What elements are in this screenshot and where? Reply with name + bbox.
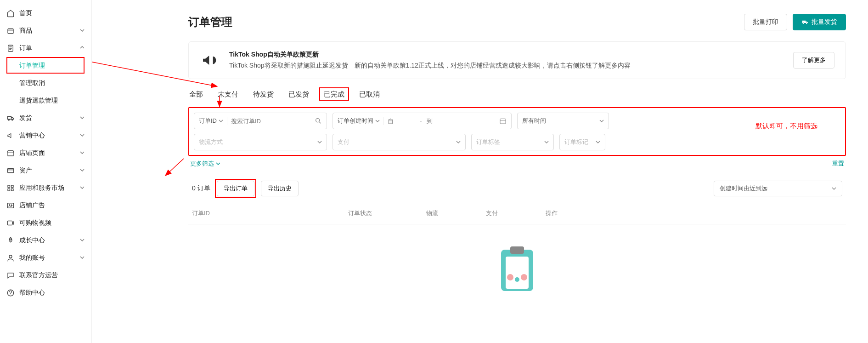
sort-select[interactable]: 创建时间由近到远 — [714, 181, 842, 196]
order-mark-select[interactable]: 订单标记 — [559, 134, 605, 150]
tab-1[interactable]: 未支付 — [217, 87, 239, 101]
shipping-method-select[interactable]: 物流方式 — [194, 134, 327, 150]
chevron-up-icon — [79, 46, 85, 51]
sidebar-item-label: 店铺页面 — [19, 149, 79, 157]
date-range-input[interactable]: 订单创建时间 - — [333, 113, 512, 129]
sidebar-item-label: 可购物视频 — [19, 219, 85, 227]
sidebar-item-6[interactable]: 资产 — [0, 162, 91, 179]
export-orders-button[interactable]: 导出订单 — [217, 181, 254, 196]
svg-rect-0 — [8, 29, 13, 34]
grid-icon — [6, 184, 15, 192]
sidebar-item-label: 发货 — [19, 114, 79, 122]
col-status: 订单状态 — [348, 209, 426, 217]
empty-state — [188, 224, 846, 298]
help-icon — [6, 289, 15, 297]
sidebar-sub-2-1[interactable]: 管理取消 — [19, 74, 91, 92]
tab-2[interactable]: 待发货 — [252, 87, 275, 101]
clipboard-icon — [485, 243, 549, 298]
chevron-down-icon — [79, 28, 85, 34]
svg-rect-7 — [8, 189, 10, 191]
batch-print-button[interactable]: 批量打印 — [744, 14, 787, 30]
col-shipping: 物流 — [426, 209, 486, 217]
svg-point-12 — [9, 255, 12, 258]
sidebar-item-3[interactable]: 发货 — [0, 109, 91, 127]
chevron-down-icon — [596, 140, 600, 144]
svg-rect-5 — [8, 185, 10, 188]
sidebar-item-7[interactable]: 应用和服务市场 — [0, 179, 91, 197]
svg-point-26 — [507, 274, 513, 280]
sidebar-item-label: 订单 — [19, 44, 79, 52]
page-title: 订单管理 — [188, 15, 232, 29]
search-type-selector[interactable]: 订单ID — [199, 117, 227, 125]
sidebar-item-8[interactable]: 店铺广告 — [0, 197, 91, 214]
sidebar-item-label: 营销中心 — [19, 131, 79, 140]
sidebar-item-label: 成长中心 — [19, 236, 79, 245]
result-bar: 0 订单 导出订单 导出历史 创建时间由近到远 — [188, 174, 846, 203]
tab-0[interactable]: 全部 — [188, 87, 204, 101]
col-order-id: 订单ID — [192, 209, 348, 217]
tab-5[interactable]: 已取消 — [358, 87, 381, 101]
sidebar-item-2[interactable]: 订单 — [0, 40, 91, 57]
filter-panel: 默认即可，不用筛选 订单ID 订单创建时间 - — [188, 107, 846, 156]
card-icon — [6, 166, 15, 175]
order-tag-select[interactable]: 订单标签 — [471, 134, 554, 150]
sidebar-item-9[interactable]: 可购物视频 — [0, 214, 91, 232]
store-icon — [6, 149, 15, 157]
svg-point-3 — [12, 120, 13, 120]
svg-point-27 — [521, 274, 527, 280]
svg-rect-6 — [11, 185, 14, 188]
batch-ship-button[interactable]: 批量发货 — [793, 14, 846, 30]
sidebar-item-0[interactable]: 首页 — [0, 5, 91, 22]
megaphone-icon — [200, 50, 220, 70]
notice-title: TikTok Shop自动关单政策更新 — [229, 51, 784, 59]
sidebar-sub-2-0[interactable]: 订单管理 — [19, 57, 91, 74]
sidebar-item-12[interactable]: 联系官方运营 — [0, 267, 91, 284]
search-icon[interactable] — [315, 117, 322, 125]
search-input[interactable] — [231, 118, 315, 125]
sidebar-item-label: 首页 — [19, 9, 85, 17]
sidebar-item-10[interactable]: 成长中心 — [0, 232, 91, 249]
tab-4[interactable]: 已完成 — [323, 87, 345, 101]
annotation-default: 默认即可，不用筛选 — [755, 122, 817, 131]
time-range-select[interactable]: 所有时间 — [517, 113, 609, 129]
chevron-down-icon — [219, 119, 223, 123]
sidebar-item-label: 我的账号 — [19, 254, 79, 262]
tab-3[interactable]: 已发货 — [287, 87, 310, 101]
sidebar-item-11[interactable]: 我的账号 — [0, 249, 91, 267]
search-order-input[interactable]: 订单ID — [194, 113, 327, 129]
sidebar-item-4[interactable]: 营销中心 — [0, 127, 91, 144]
sidebar-item-label: 联系官方运营 — [19, 271, 85, 280]
svg-line-18 — [165, 159, 184, 176]
sidebar-sub-2-2[interactable]: 退货退款管理 — [19, 92, 91, 109]
svg-rect-21 — [500, 119, 506, 124]
svg-rect-9 — [7, 203, 14, 208]
export-history-button[interactable]: 导出历史 — [261, 181, 299, 196]
sidebar-item-1[interactable]: 商品 — [0, 22, 91, 40]
chevron-down-icon — [79, 185, 85, 191]
svg-rect-4 — [7, 169, 14, 173]
svg-point-28 — [515, 277, 519, 282]
chevron-down-icon — [599, 119, 604, 123]
reset-filter-button[interactable]: 重置 — [832, 160, 844, 168]
svg-rect-8 — [11, 189, 14, 191]
svg-point-19 — [316, 119, 320, 122]
more-filter-toggle[interactable]: 更多筛选 — [190, 160, 220, 168]
svg-rect-25 — [510, 246, 524, 254]
chevron-down-icon — [79, 150, 85, 156]
payment-select[interactable]: 支付 — [333, 134, 466, 150]
chevron-down-icon — [79, 133, 85, 138]
sidebar-item-13[interactable]: 帮助中心 — [0, 284, 91, 302]
order-count: 0 订单 — [192, 184, 210, 193]
date-from-input[interactable] — [388, 118, 415, 125]
table-header: 订单ID 订单状态 物流 支付 操作 — [188, 203, 846, 224]
svg-rect-10 — [7, 221, 12, 225]
home-icon — [6, 9, 15, 17]
truck-icon — [6, 114, 15, 122]
sidebar-item-label: 商品 — [19, 27, 79, 35]
date-to-input[interactable] — [427, 118, 454, 125]
sidebar-item-5[interactable]: 店铺页面 — [0, 144, 91, 162]
chevron-down-icon — [375, 119, 380, 123]
policy-notice: TikTok Shop自动关单政策更新 TikTok Shop将采取新的措施阻止… — [188, 41, 846, 79]
chevron-down-icon — [79, 168, 85, 173]
learn-more-button[interactable]: 了解更多 — [793, 52, 834, 69]
